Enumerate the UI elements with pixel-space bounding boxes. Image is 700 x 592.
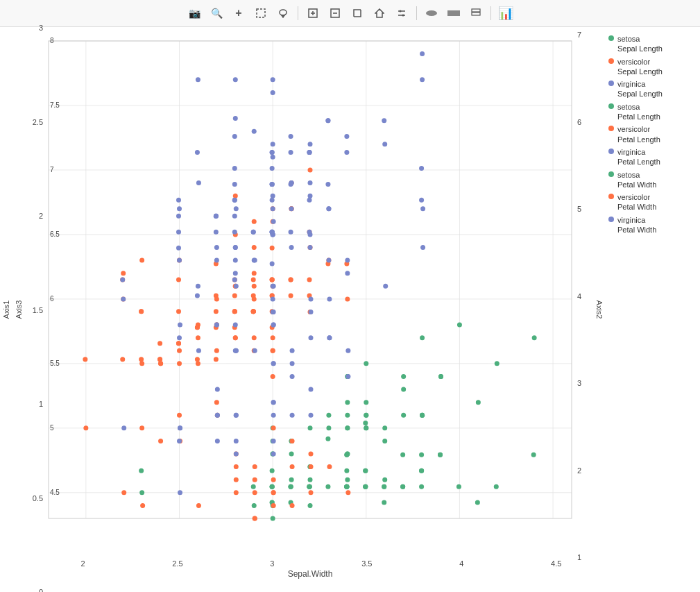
legend-dot bbox=[608, 217, 614, 222]
svg-marker-2 bbox=[282, 15, 284, 17]
x-tick-label: 4 bbox=[459, 559, 463, 568]
y-left-tick: 1.5 bbox=[33, 306, 43, 314]
zoom-icon[interactable]: 🔍 bbox=[207, 4, 225, 22]
y-left-tick: 1 bbox=[39, 400, 43, 408]
legend-text: setosaPetal Length bbox=[617, 102, 660, 122]
legend-item: setosaPetal Length bbox=[608, 102, 699, 122]
shape1-icon[interactable] bbox=[422, 4, 441, 22]
toolbar: 📷 🔍 + 📊 bbox=[0, 0, 700, 27]
svg-point-10 bbox=[400, 10, 402, 12]
y-right-tick: 3 bbox=[577, 379, 581, 387]
legend-text: setosaSepal Length bbox=[617, 34, 663, 54]
shape2-icon[interactable] bbox=[445, 4, 463, 22]
y-left-tick: 2 bbox=[39, 212, 43, 220]
x-axis-title: Sepal.Width bbox=[288, 569, 333, 579]
axis1-title: Axis1 bbox=[2, 300, 10, 319]
comment-icon[interactable] bbox=[274, 4, 292, 22]
y-right-tick: 5 bbox=[577, 205, 581, 213]
svg-rect-0 bbox=[257, 9, 265, 17]
legend-dot bbox=[608, 35, 614, 41]
legend-item: virginicaPetal Length bbox=[608, 147, 699, 167]
add-node-icon[interactable] bbox=[304, 4, 322, 22]
x-tick-label: 3.5 bbox=[361, 559, 372, 568]
svg-rect-16 bbox=[472, 12, 480, 15]
bar-chart-icon[interactable]: 📊 bbox=[497, 4, 515, 22]
y-right-tick: 4 bbox=[577, 292, 581, 301]
legend-text: setosaPetal Width bbox=[617, 170, 656, 190]
legend-item: virginicaPetal Width bbox=[608, 215, 699, 235]
svg-point-1 bbox=[280, 10, 287, 15]
legend-item: versicolorPetal Width bbox=[608, 192, 699, 212]
legend-item: setosaPetal Width bbox=[608, 170, 699, 190]
sep2 bbox=[416, 6, 417, 20]
options-icon[interactable] bbox=[393, 4, 411, 22]
svg-rect-15 bbox=[472, 9, 480, 12]
legend-text: versicolorPetal Width bbox=[617, 192, 656, 212]
sep3 bbox=[490, 6, 491, 20]
right-section: 1234567 Axis2 setosaSepal Length versico… bbox=[575, 27, 700, 591]
remove-node-icon[interactable] bbox=[326, 4, 344, 22]
x-tick-label: 2.5 bbox=[172, 559, 182, 568]
y-right-tick: 2 bbox=[577, 466, 581, 475]
legend: setosaSepal Length versicolorSepal Lengt… bbox=[608, 34, 699, 237]
y-left-tick: 0.5 bbox=[33, 494, 43, 502]
y-left-tick: 3 bbox=[39, 24, 43, 32]
chart-container: Axis1 Axis3 00.511.522.53 22.533.544.5 S… bbox=[0, 27, 700, 591]
x-tick-label: 2 bbox=[81, 559, 85, 568]
legend-text: versicolorPetal Length bbox=[617, 124, 660, 144]
legend-item: virginicaSepal Length bbox=[608, 79, 699, 99]
scatter-plot bbox=[45, 34, 575, 522]
svg-marker-8 bbox=[375, 9, 384, 17]
sep1 bbox=[298, 6, 298, 20]
legend-text: virginicaPetal Length bbox=[617, 147, 660, 167]
y-right-tick: 7 bbox=[577, 31, 581, 39]
axis3-title: Axis3 bbox=[15, 300, 23, 319]
legend-item: versicolorPetal Length bbox=[608, 124, 699, 144]
legend-item: versicolorSepal Length bbox=[608, 57, 699, 77]
home-icon[interactable] bbox=[370, 4, 389, 22]
legend-dot bbox=[608, 171, 614, 177]
legend-text: virginicaPetal Width bbox=[617, 215, 656, 235]
plus-icon[interactable]: + bbox=[230, 4, 248, 22]
y-right-tick: 1 bbox=[577, 553, 581, 561]
legend-dot bbox=[608, 194, 614, 199]
legend-dot bbox=[608, 103, 614, 109]
x-tick-label: 3 bbox=[270, 559, 274, 568]
y-left-tick: 0 bbox=[39, 588, 43, 592]
bottom-axis: 22.533.544.5 Sepal.Width bbox=[45, 557, 575, 591]
svg-point-12 bbox=[402, 15, 404, 17]
y-left-tick: 2.5 bbox=[33, 118, 43, 126]
chart-main: 22.533.544.5 Sepal.Width bbox=[45, 27, 575, 591]
legend-text: virginicaSepal Length bbox=[617, 79, 663, 99]
layers-icon[interactable] bbox=[467, 4, 485, 22]
x-tick-label: 4.5 bbox=[551, 559, 561, 568]
legend-dot bbox=[608, 126, 614, 131]
select-icon[interactable] bbox=[252, 4, 270, 22]
y-right-tick: 6 bbox=[577, 118, 581, 126]
camera-icon[interactable]: 📷 bbox=[185, 4, 203, 22]
axis2-title: Axis2 bbox=[595, 300, 604, 319]
resize-icon[interactable] bbox=[348, 4, 366, 22]
legend-text: versicolorSepal Length bbox=[617, 57, 663, 77]
plot-area bbox=[45, 34, 575, 522]
svg-rect-14 bbox=[447, 10, 460, 16]
legend-dot bbox=[608, 149, 614, 154]
legend-item: setosaSepal Length bbox=[608, 34, 699, 54]
legend-dot bbox=[608, 81, 614, 86]
legend-dot bbox=[608, 58, 614, 64]
svg-point-13 bbox=[426, 10, 437, 16]
